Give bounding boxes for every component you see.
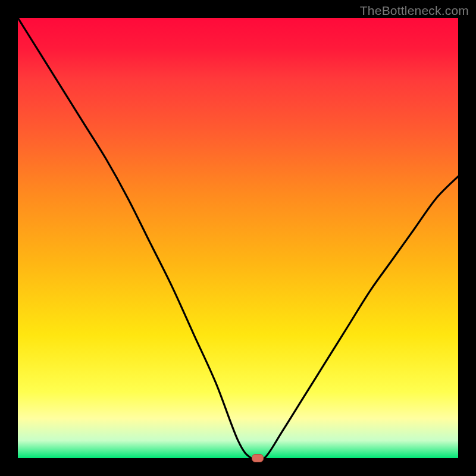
optimal-point-marker — [252, 454, 264, 462]
plot-area — [18, 18, 458, 458]
bottleneck-curve — [18, 18, 458, 458]
watermark-text: TheBottleneck.com — [360, 4, 469, 18]
chart-frame: TheBottleneck.com — [0, 0, 476, 476]
